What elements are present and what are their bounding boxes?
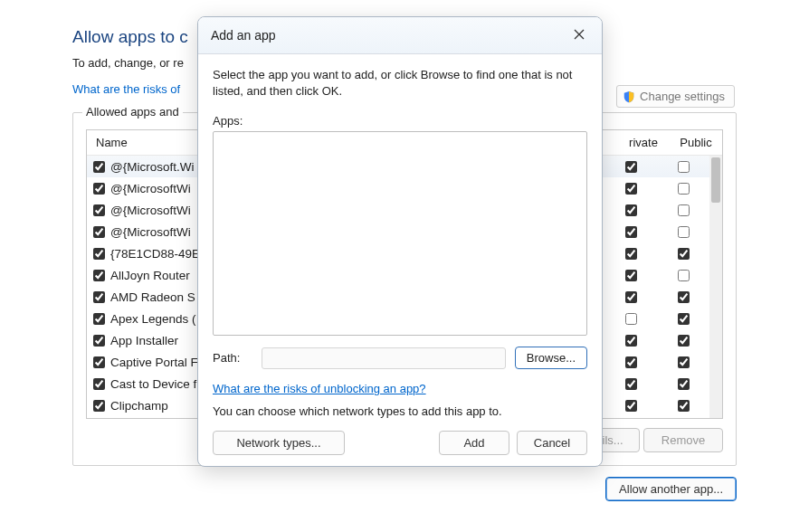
row-public-checkbox[interactable] xyxy=(678,270,690,281)
row-private-checkbox[interactable] xyxy=(625,291,637,303)
row-private-checkbox[interactable] xyxy=(625,183,637,195)
row-enable-checkbox[interactable] xyxy=(93,356,105,368)
row-enable-checkbox[interactable] xyxy=(93,313,105,325)
allow-another-app-button[interactable]: Allow another app... xyxy=(605,477,737,501)
row-private-checkbox[interactable] xyxy=(625,400,637,412)
row-enable-checkbox[interactable] xyxy=(93,400,105,412)
row-public-checkbox[interactable] xyxy=(678,226,690,238)
risks-link[interactable]: What are the risks of xyxy=(72,82,180,96)
row-public-checkbox[interactable] xyxy=(678,183,690,195)
row-private-checkbox[interactable] xyxy=(625,335,637,347)
remove-button: Remove xyxy=(643,428,723,452)
apps-label: Apps: xyxy=(213,114,587,128)
row-private-checkbox[interactable] xyxy=(625,204,637,216)
path-input[interactable] xyxy=(262,347,506,369)
apps-listbox[interactable] xyxy=(213,131,587,336)
row-enable-checkbox[interactable] xyxy=(93,248,105,260)
row-public-checkbox[interactable] xyxy=(678,291,690,303)
row-public-checkbox[interactable] xyxy=(678,335,690,347)
row-public-checkbox[interactable] xyxy=(678,400,690,412)
dialog-instruction: Select the app you want to add, or click… xyxy=(213,67,587,100)
row-private-checkbox[interactable] xyxy=(625,356,637,368)
add-app-dialog: Add an app Select the app you want to ad… xyxy=(197,16,603,467)
row-enable-checkbox[interactable] xyxy=(93,335,105,347)
row-enable-checkbox[interactable] xyxy=(93,270,105,281)
network-hint: You can choose which network types to ad… xyxy=(213,404,587,418)
network-types-button[interactable]: Network types... xyxy=(213,431,345,455)
row-private-checkbox[interactable] xyxy=(625,161,637,173)
row-private-checkbox[interactable] xyxy=(625,270,637,281)
row-enable-checkbox[interactable] xyxy=(93,183,105,195)
row-enable-checkbox[interactable] xyxy=(93,161,105,173)
row-private-checkbox[interactable] xyxy=(625,313,637,325)
browse-button[interactable]: Browse... xyxy=(515,347,587,369)
row-enable-checkbox[interactable] xyxy=(93,291,105,303)
column-public-header[interactable]: Public xyxy=(670,136,722,149)
dialog-close-button[interactable] xyxy=(566,25,593,45)
row-private-checkbox[interactable] xyxy=(625,378,637,390)
fieldset-legend: Allowed apps and xyxy=(82,105,183,119)
row-private-checkbox[interactable] xyxy=(625,226,637,238)
close-icon xyxy=(574,29,585,43)
scrollbar-thumb[interactable] xyxy=(711,157,720,203)
row-public-checkbox[interactable] xyxy=(678,161,690,173)
dialog-title: Add an app xyxy=(211,28,566,43)
row-private-checkbox[interactable] xyxy=(625,248,637,260)
list-scrollbar[interactable] xyxy=(709,156,722,418)
row-enable-checkbox[interactable] xyxy=(93,226,105,238)
shield-icon xyxy=(623,90,635,103)
row-public-checkbox[interactable] xyxy=(678,313,690,325)
row-public-checkbox[interactable] xyxy=(678,356,690,368)
change-settings-button[interactable]: Change settings xyxy=(616,85,735,108)
column-private-header[interactable]: rivate xyxy=(617,136,670,149)
row-public-checkbox[interactable] xyxy=(678,248,690,260)
row-public-checkbox[interactable] xyxy=(678,378,690,390)
path-label: Path: xyxy=(213,351,252,365)
unblock-risks-link[interactable]: What are the risks of unblocking an app? xyxy=(213,382,426,395)
row-enable-checkbox[interactable] xyxy=(93,378,105,390)
row-enable-checkbox[interactable] xyxy=(93,204,105,216)
row-public-checkbox[interactable] xyxy=(678,204,690,216)
add-button[interactable]: Add xyxy=(439,431,509,455)
cancel-button[interactable]: Cancel xyxy=(517,431,587,455)
change-settings-label: Change settings xyxy=(640,90,725,103)
